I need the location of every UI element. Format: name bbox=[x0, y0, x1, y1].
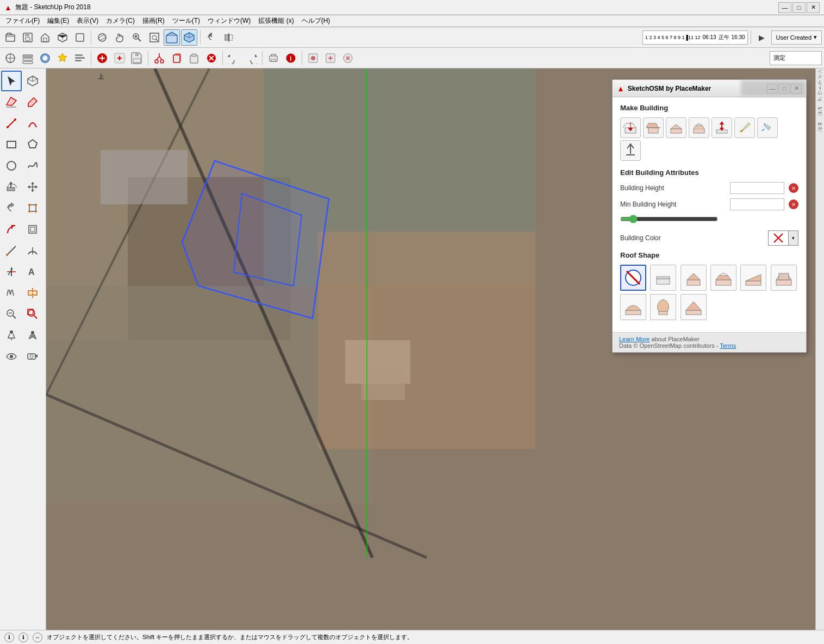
tool-walkthrough[interactable] bbox=[1, 325, 22, 346]
toolbar2-btn-save2[interactable] bbox=[129, 50, 145, 66]
minimize-button[interactable]: — bbox=[778, 2, 791, 13]
menu-extensions[interactable]: 拡張機能 (x) bbox=[255, 15, 297, 27]
status-icon-1[interactable]: ℹ bbox=[4, 633, 14, 642]
mb-btn-gable-roof[interactable] bbox=[666, 117, 686, 138]
toolbar-btn-2d[interactable] bbox=[164, 29, 180, 46]
toolbar-btn-cube[interactable] bbox=[54, 29, 71, 46]
viewport[interactable]: 上 ▲ SketchOSM by PlaceMaker — □ ✕ Make B… bbox=[46, 68, 815, 630]
tool-offset[interactable] bbox=[22, 219, 43, 240]
close-button[interactable]: ✕ bbox=[807, 2, 820, 13]
menu-edit[interactable]: 編集(E) bbox=[44, 15, 72, 27]
roof-skillion[interactable] bbox=[740, 265, 766, 291]
tool-scale[interactable] bbox=[22, 198, 43, 218]
tool-arc[interactable] bbox=[22, 113, 43, 134]
roof-gable[interactable] bbox=[681, 265, 707, 291]
menu-file[interactable]: ファイル(F) bbox=[2, 15, 43, 27]
toolbar2-btn-layers[interactable] bbox=[20, 50, 36, 66]
mb-btn-pick-color[interactable] bbox=[734, 117, 755, 138]
mb-btn-height-adjust[interactable] bbox=[711, 117, 732, 138]
roof-mansard[interactable] bbox=[771, 265, 797, 291]
side-tab-2[interactable]: シーン1 bbox=[816, 107, 823, 120]
mb-btn-hip-roof[interactable] bbox=[689, 117, 709, 138]
tool-section[interactable] bbox=[22, 283, 43, 303]
learn-more-link[interactable]: Learn More bbox=[619, 336, 650, 342]
height-slider[interactable] bbox=[620, 215, 718, 223]
toolbar2-btn-redo[interactable] bbox=[243, 50, 259, 66]
tool-pushpull[interactable] bbox=[1, 177, 22, 197]
roof-none[interactable] bbox=[620, 265, 646, 291]
toolbar2-btn-materials[interactable] bbox=[54, 50, 71, 66]
toolbar2-btn-geo[interactable] bbox=[2, 50, 18, 66]
building-height-clear[interactable]: ✕ bbox=[789, 183, 798, 193]
toolbar2-btn-plugin2[interactable] bbox=[322, 50, 339, 66]
tool-zoom2[interactable] bbox=[1, 304, 22, 324]
mb-btn-push-down[interactable] bbox=[620, 117, 641, 138]
min-building-height-clear[interactable]: ✕ bbox=[789, 199, 798, 209]
menu-camera[interactable]: カメラ(C) bbox=[103, 15, 138, 27]
tool-3dtext[interactable] bbox=[1, 283, 22, 303]
measurement-input[interactable] bbox=[785, 55, 818, 61]
menu-tools[interactable]: ツール(T) bbox=[169, 15, 203, 27]
toolbar2-btn-add[interactable] bbox=[94, 50, 110, 66]
building-height-input[interactable] bbox=[730, 182, 784, 194]
tool-advanced-camera[interactable] bbox=[22, 346, 43, 367]
toolbar-btn-zoom-ext[interactable] bbox=[146, 29, 163, 46]
toolbar-btn-cursor[interactable]: ▶ bbox=[754, 29, 770, 46]
menu-view[interactable]: 表示(V) bbox=[73, 15, 102, 27]
tool-polygon[interactable] bbox=[22, 134, 43, 155]
roof-hip[interactable] bbox=[710, 265, 736, 291]
tool-rectangle[interactable] bbox=[1, 134, 22, 155]
tool-component[interactable] bbox=[22, 71, 43, 91]
color-box[interactable] bbox=[768, 230, 789, 246]
toolbar-btn-save[interactable] bbox=[20, 29, 36, 46]
tool-axes[interactable] bbox=[1, 261, 22, 282]
footer-terms-link[interactable]: Terms bbox=[720, 342, 736, 349]
toolbar-btn-zoom[interactable] bbox=[129, 29, 145, 46]
menu-draw[interactable]: 描画(R) bbox=[139, 15, 168, 27]
toolbar2-btn-print[interactable] bbox=[265, 50, 282, 66]
toolbar-btn-home[interactable] bbox=[37, 29, 53, 46]
toolbar2-btn-cut[interactable] bbox=[151, 50, 167, 66]
toolbar-btn-orbit[interactable] bbox=[94, 29, 110, 46]
roof-dome[interactable] bbox=[620, 294, 646, 320]
tool-followme[interactable] bbox=[1, 219, 22, 240]
menu-window[interactable]: ウィンドウ(W) bbox=[204, 15, 254, 27]
tool-line[interactable] bbox=[1, 113, 22, 134]
tool-tape[interactable] bbox=[1, 240, 22, 261]
tool-rotate[interactable] bbox=[1, 198, 22, 218]
toolbar2-btn-plugin1[interactable] bbox=[305, 50, 321, 66]
tool-text[interactable]: A bbox=[22, 261, 43, 282]
tool-eraser[interactable] bbox=[1, 92, 22, 112]
menu-help[interactable]: ヘルプ(H) bbox=[298, 15, 334, 27]
tool-zoom-box[interactable] bbox=[22, 304, 43, 324]
toolbar-btn-open[interactable] bbox=[2, 29, 18, 46]
tool-protractor[interactable] bbox=[22, 240, 43, 261]
title-bar-controls[interactable]: — □ ✕ bbox=[778, 2, 820, 13]
tool-circle[interactable] bbox=[1, 155, 22, 176]
color-picker-container[interactable]: ▾ bbox=[768, 230, 798, 246]
roof-flat[interactable] bbox=[650, 265, 676, 291]
side-tab-1[interactable]: アウトライン bbox=[816, 72, 823, 104]
status-icon-3[interactable]: ↔ bbox=[33, 633, 42, 642]
tool-select[interactable] bbox=[1, 71, 22, 91]
status-icon-2[interactable]: ℹ bbox=[18, 633, 28, 642]
toolbar-btn-3d[interactable] bbox=[181, 29, 197, 46]
toolbar2-btn-delete[interactable] bbox=[203, 50, 220, 66]
roof-pyramid[interactable] bbox=[681, 294, 707, 320]
toolbar2-btn-tags[interactable] bbox=[72, 50, 88, 66]
toolbar-btn-top[interactable] bbox=[72, 29, 88, 46]
mb-btn-paint-bucket[interactable] bbox=[757, 117, 778, 138]
tool-position-camera[interactable] bbox=[22, 325, 43, 346]
toolbar2-btn-import[interactable] bbox=[111, 50, 128, 66]
tool-paint[interactable] bbox=[22, 92, 43, 112]
toolbar2-btn-info[interactable]: i bbox=[283, 50, 299, 66]
toolbar2-btn-scenes[interactable] bbox=[37, 50, 53, 66]
roof-onion[interactable] bbox=[650, 294, 676, 320]
mb-btn-upload[interactable] bbox=[620, 140, 641, 161]
side-tab-3[interactable]: シーン2 bbox=[816, 122, 823, 136]
toolbar2-btn-plugin3[interactable] bbox=[340, 50, 356, 66]
toolbar-btn-hand[interactable] bbox=[111, 29, 128, 46]
tool-move[interactable] bbox=[22, 177, 43, 197]
toolbar-btn-flip-h[interactable] bbox=[221, 29, 237, 46]
toolbar2-btn-paste[interactable] bbox=[186, 50, 202, 66]
